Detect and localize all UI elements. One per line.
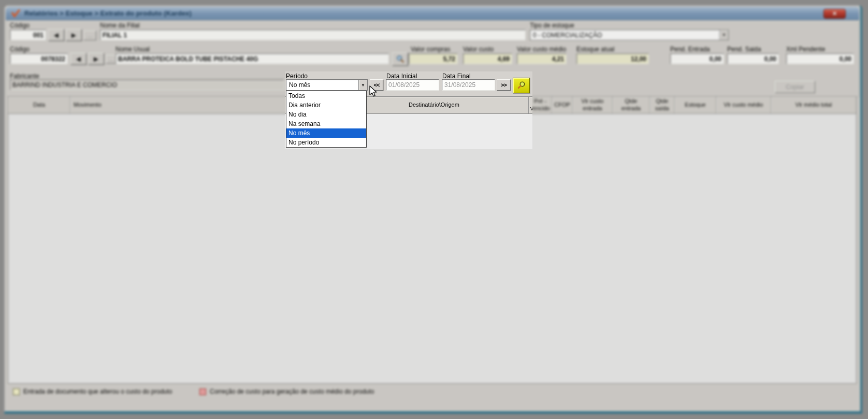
filial-browse-button[interactable]: ... — [83, 31, 96, 40]
pend-saida-value: 0,00 — [727, 53, 779, 64]
close-button[interactable]: ✕ — [823, 9, 846, 19]
nome-usual-input[interactable]: BARRA PROTEICA BOLD TUBE PISTACHE 40G — [115, 53, 389, 64]
tipo-estoque-dropdown-button[interactable]: ▼ — [719, 30, 728, 40]
periodo-dropdown-list: Todas Dia anterior No dia Na semana No m… — [286, 91, 367, 148]
column-header-pre-vencido[interactable]: Pré - vencido — [529, 97, 552, 113]
search-icon — [396, 55, 404, 63]
estoque-atual-label: Estoque atual — [576, 46, 614, 53]
xml-pendente-label: Xml Pendente — [786, 46, 825, 53]
legend-label-correcao: Correção de custo para geração de custo … — [210, 388, 374, 395]
arrow-left-icon: ◄ — [52, 31, 60, 39]
grid-body — [8, 114, 856, 383]
legend-swatch-yellow — [13, 388, 20, 395]
tipo-estoque-value: 0 - COMERCIALIZAÇÃO — [530, 32, 719, 39]
produto-search-button[interactable] — [392, 52, 408, 66]
app-check-icon — [11, 9, 20, 18]
valor-custo-medio-label: Valor custo médio — [517, 46, 566, 53]
column-header-vlr-custo-entrada[interactable]: Vlr custo entrada — [573, 97, 613, 113]
pend-entrada-value: 0,00 — [670, 53, 724, 64]
legend-item-entrada: Entrada de documento que alterou o custo… — [13, 388, 172, 395]
data-inicial-input[interactable]: 01/08/2025 — [386, 79, 439, 91]
grid-header: Data Movimento Destinatário\Origem Pré -… — [8, 97, 856, 114]
periodo-value: No mês — [286, 81, 358, 89]
filial-prev-button[interactable]: ◄ — [48, 29, 64, 41]
kardex-grid: Data Movimento Destinatário\Origem Pré -… — [8, 96, 857, 384]
pend-saida-label: Pend. Saida — [727, 46, 761, 53]
valor-custo-medio-value: 4,21 — [517, 53, 567, 64]
periodo-label: Período — [286, 73, 308, 80]
tipo-estoque-label: Tipo de estoque — [530, 22, 574, 29]
legend-label-entrada: Entrada de documento que alterou o custo… — [23, 388, 172, 395]
column-header-destinatario-origem[interactable]: Destinatário\Origem — [340, 97, 529, 113]
close-icon: ✕ — [832, 10, 837, 17]
periodo-option-dia-anterior[interactable]: Dia anterior — [286, 100, 366, 110]
data-inicial-label: Data Inicial — [386, 73, 417, 80]
produto-browse-button[interactable]: ... — [106, 55, 117, 64]
periodo-select[interactable]: No mês ▼ — [286, 79, 368, 91]
ellipsis-icon: ... — [108, 56, 113, 63]
produto-next-button[interactable]: ► — [88, 53, 104, 65]
pend-entrada-label: Pend. Entrada — [670, 46, 710, 53]
kardex-window: Relatórios > Estoque > Extrato do produt… — [4, 5, 862, 414]
produto-codigo-input[interactable]: 0078322 — [10, 53, 68, 64]
mouse-cursor — [369, 85, 379, 98]
filial-codigo-label: Código — [10, 22, 30, 29]
valor-custo-value: 4,69 — [463, 53, 512, 64]
double-chevron-right-icon: >> — [501, 82, 507, 88]
chevron-down-icon: ▼ — [722, 33, 726, 37]
window-title: Relatórios > Estoque > Extrato do produt… — [24, 9, 192, 17]
valor-custo-label: Valor custo — [463, 46, 494, 53]
legend-bar: Entrada de documento que alterou o custo… — [8, 386, 857, 399]
tipo-estoque-select[interactable]: 0 - COMERCIALIZAÇÃO ▼ — [530, 30, 729, 40]
filial-codigo-input[interactable]: 001 — [10, 30, 46, 40]
data-final-label: Data Final — [442, 73, 471, 80]
periodo-next-button[interactable]: >> — [497, 79, 511, 91]
nome-usual-label: Nome Usual — [115, 46, 150, 53]
column-header-estoque[interactable]: Estoque — [675, 97, 716, 113]
column-header-vlr-medio-total[interactable]: Vlr médio total — [771, 97, 856, 113]
filial-nome-input[interactable]: FILIAL 1 — [100, 30, 526, 40]
produto-codigo-label: Código — [10, 46, 30, 53]
column-header-qtde-saida[interactable]: Qtde saída — [650, 97, 675, 113]
titlebar: Relatórios > Estoque > Extrato do produt… — [6, 7, 859, 20]
column-header-vlr-custo-medio[interactable]: Vlr custo médio — [716, 97, 771, 113]
xml-pendente-value: 0,00 — [786, 53, 854, 64]
data-final-input[interactable]: 31/08/2025 — [442, 79, 495, 91]
estoque-atual-value: 12,00 — [576, 53, 649, 64]
legend-swatch-pink — [199, 388, 206, 395]
arrow-right-icon: ► — [70, 31, 78, 39]
periodo-option-todas[interactable]: Todas — [286, 91, 366, 100]
valor-compras-label: Valor compras — [411, 46, 450, 53]
arrow-left-icon: ◄ — [75, 55, 82, 63]
column-header-qtde-entrada[interactable]: Qtde entrada — [613, 97, 650, 113]
filial-next-button[interactable]: ► — [66, 29, 82, 41]
arrow-right-icon: ► — [92, 55, 100, 63]
search-icon — [517, 81, 526, 90]
chevron-down-icon: ▼ — [361, 83, 365, 88]
produto-prev-button[interactable]: ◄ — [70, 53, 86, 65]
periodo-option-no-dia[interactable]: No dia — [286, 110, 366, 119]
periodo-search-button[interactable] — [513, 78, 530, 93]
periodo-option-no-mes[interactable]: No mês — [286, 128, 366, 138]
copiar-button[interactable]: Copiar — [775, 81, 815, 93]
column-header-cfop[interactable]: CFOP — [552, 97, 573, 113]
fabricante-input[interactable]: BARRIND INDUSTRIA E COMERCIO — [10, 79, 284, 90]
valor-compras-value: 5,72 — [409, 53, 458, 64]
periodo-option-na-semana[interactable]: Na semana — [286, 119, 366, 128]
fabricante-label: Fabricante — [10, 73, 39, 80]
filial-nome-label: Nome da Filial — [100, 22, 140, 29]
legend-item-correcao: Correção de custo para geração de custo … — [199, 388, 374, 395]
periodo-dropdown-button[interactable]: ▼ — [358, 80, 367, 90]
column-header-data[interactable]: Data — [8, 97, 70, 113]
periodo-option-no-periodo[interactable]: No período — [286, 138, 366, 147]
ellipsis-icon: ... — [87, 32, 92, 39]
